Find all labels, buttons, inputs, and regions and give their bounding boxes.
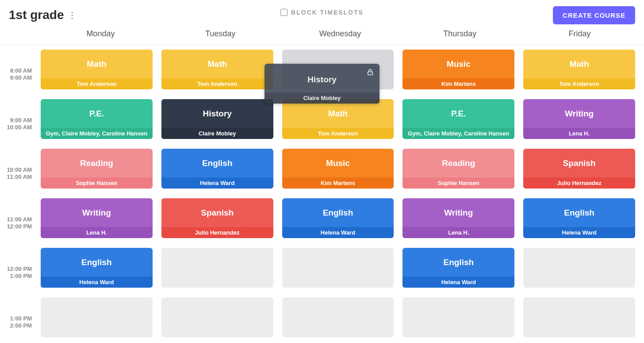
- course-teacher: Gym, Claire Mobley, Caroline Hansen: [402, 128, 514, 139]
- schedule-grid: History Claire Mobley 8:00 AM9:00 AMMath…: [0, 45, 644, 343]
- course-teacher: Helena Ward: [161, 177, 273, 189]
- course-name: English: [202, 149, 233, 177]
- empty-slot[interactable]: [523, 248, 635, 288]
- dragging-course-card[interactable]: History Claire Mobley: [264, 64, 380, 104]
- course-name: English: [443, 248, 474, 277]
- day-header-friday: Friday: [520, 26, 640, 45]
- course-teacher: Julio Hernandez: [523, 177, 635, 189]
- course-name: Reading: [80, 149, 113, 177]
- time-label: 12:00 PM1:00 PM: [0, 248, 36, 297]
- course-teacher: Tom Anderson: [523, 78, 635, 89]
- empty-slot[interactable]: [282, 297, 394, 337]
- course-teacher: Sophie Hansen: [402, 177, 514, 189]
- page-title: 1st grade: [9, 8, 64, 22]
- block-timeslots-label: BLOCK TIMESLOTS: [291, 9, 364, 16]
- course-slot[interactable]: WritingLena H.: [41, 198, 153, 238]
- course-name: Reading: [442, 149, 475, 177]
- day-header-monday: Monday: [41, 26, 161, 45]
- course-name: Writing: [565, 99, 594, 128]
- empty-slot[interactable]: [523, 297, 635, 337]
- course-slot[interactable]: MathTom Anderson: [523, 50, 635, 89]
- block-timeslots-checkbox[interactable]: [280, 9, 288, 16]
- time-label: 8:00 AM9:00 AM: [0, 50, 36, 99]
- course-teacher: Lena H.: [41, 227, 153, 238]
- day-header-thursday: Thursday: [400, 26, 520, 45]
- course-slot[interactable]: ReadingSophie Hansen: [402, 149, 514, 189]
- time-label: 10:00 AM11:00 AM: [0, 149, 36, 198]
- course-teacher: Helena Ward: [523, 227, 635, 238]
- course-name: English: [564, 198, 594, 227]
- unlock-icon: [366, 68, 374, 76]
- course-name: P.E.: [451, 99, 466, 128]
- course-slot[interactable]: P.E.Gym, Claire Mobley, Caroline Hansen: [41, 99, 153, 139]
- days-header: Monday Tuesday Wednesday Thursday Friday: [0, 26, 644, 45]
- course-teacher: Lena H.: [523, 128, 635, 139]
- course-teacher: Kim Martens: [282, 177, 394, 189]
- course-teacher: Julio Hernandez: [161, 227, 273, 238]
- course-slot[interactable]: P.E.Gym, Claire Mobley, Caroline Hansen: [402, 99, 514, 139]
- course-name: Spanish: [563, 149, 596, 177]
- empty-slot[interactable]: [161, 297, 273, 337]
- course-name: Math: [569, 50, 589, 78]
- day-header-wednesday: Wednesday: [280, 26, 400, 45]
- course-slot[interactable]: WritingLena H.: [523, 99, 635, 139]
- empty-slot[interactable]: [402, 297, 514, 337]
- course-teacher: Helena Ward: [41, 277, 153, 288]
- course-slot[interactable]: MathTom Anderson: [41, 50, 153, 89]
- course-teacher: Kim Martens: [402, 78, 514, 89]
- course-slot[interactable]: EnglishHelena Ward: [282, 198, 394, 238]
- course-slot[interactable]: MathTom Anderson: [282, 99, 394, 139]
- course-teacher: Tom Anderson: [41, 78, 153, 89]
- course-name: Spanish: [201, 198, 234, 227]
- topbar: 1st grade ⋯ BLOCK TIMESLOTS CREATE COURS…: [0, 0, 644, 26]
- day-header-tuesday: Tuesday: [161, 26, 280, 45]
- course-teacher: Tom Anderson: [161, 78, 273, 89]
- course-slot[interactable]: HistoryClaire Mobley: [161, 99, 273, 139]
- course-teacher: Sophie Hansen: [41, 177, 153, 189]
- time-label: 1:00 PM2:00 PM: [0, 297, 36, 343]
- course-name: P.E.: [89, 99, 104, 128]
- kebab-menu-icon[interactable]: ⋯: [68, 11, 77, 19]
- block-timeslots-toggle[interactable]: BLOCK TIMESLOTS: [280, 9, 364, 16]
- course-teacher: Helena Ward: [402, 277, 514, 288]
- time-label: 11:00 AM12:00 PM: [0, 198, 36, 248]
- empty-slot[interactable]: [282, 248, 394, 288]
- course-slot[interactable]: EnglishHelena Ward: [161, 149, 273, 189]
- course-name: History: [203, 99, 231, 128]
- course-name: Music: [447, 50, 471, 78]
- course-slot[interactable]: EnglishHelena Ward: [523, 198, 635, 238]
- course-name: Music: [326, 149, 350, 177]
- create-course-button[interactable]: CREATE COURSE: [553, 6, 635, 24]
- course-name: English: [81, 248, 112, 277]
- course-slot[interactable]: MusicKim Martens: [402, 50, 514, 89]
- svg-rect-0: [368, 72, 373, 75]
- course-teacher: Helena Ward: [282, 227, 394, 238]
- course-teacher: Lena H.: [402, 227, 514, 238]
- time-label: 9:00 AM10:00 AM: [0, 99, 36, 149]
- dragging-course-name: History: [307, 64, 336, 92]
- course-name: Writing: [82, 198, 111, 227]
- dragging-course-teacher: Claire Mobley: [264, 92, 380, 104]
- course-slot[interactable]: MathTom Anderson: [161, 50, 273, 89]
- course-name: Math: [207, 50, 227, 78]
- title-wrap: 1st grade ⋯: [9, 8, 77, 22]
- course-name: Writing: [444, 198, 473, 227]
- empty-slot[interactable]: [41, 297, 153, 337]
- course-slot[interactable]: MusicKim Martens: [282, 149, 394, 189]
- course-slot[interactable]: WritingLena H.: [402, 198, 514, 238]
- course-name: Math: [87, 50, 106, 78]
- course-slot[interactable]: EnglishHelena Ward: [41, 248, 153, 288]
- course-name: English: [323, 198, 353, 227]
- empty-slot[interactable]: [161, 248, 273, 288]
- course-slot[interactable]: SpanishJulio Hernandez: [161, 198, 273, 238]
- course-teacher: Claire Mobley: [161, 128, 273, 139]
- course-slot[interactable]: EnglishHelena Ward: [402, 248, 514, 288]
- course-teacher: Gym, Claire Mobley, Caroline Hansen: [41, 128, 153, 139]
- course-slot[interactable]: ReadingSophie Hansen: [41, 149, 153, 189]
- course-slot[interactable]: SpanishJulio Hernandez: [523, 149, 635, 189]
- course-teacher: Tom Anderson: [282, 128, 394, 139]
